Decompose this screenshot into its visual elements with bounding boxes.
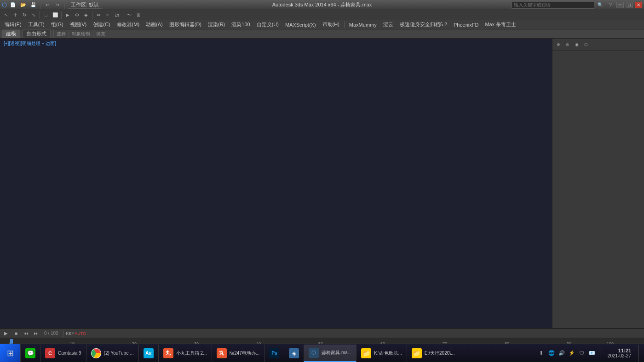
ribbon-tab-freeform[interactable]: 自由形式 (22, 29, 51, 38)
menu-views[interactable]: 视图(V) (67, 20, 90, 29)
chrome-icon (91, 348, 101, 358)
audition-icon: Au (144, 348, 154, 358)
help-icon[interactable]: ? (606, 1, 615, 9)
taskbar-app-3dsmax[interactable]: ⬡ 蒜椅家具.ma... (304, 345, 356, 362)
menu-cloud[interactable]: 渲云 (380, 20, 396, 29)
tray-icon-1[interactable]: ⬆ (537, 349, 546, 357)
menu-graph-editor[interactable]: 图形编辑器(D) (167, 20, 204, 29)
close-button[interactable]: ✕ (635, 2, 642, 8)
tray-separator (600, 348, 600, 359)
menu-modifiers[interactable]: 修改器(M) (114, 20, 143, 29)
rotate-icon[interactable]: ↻ (20, 11, 29, 19)
toolbar-separator-5 (92, 11, 92, 19)
menu-antivirus[interactable]: Max 杀毒卫士 (482, 20, 519, 29)
viewport-label: [+][透视][明细处理 + 边面] (4, 40, 56, 47)
menu-separator (344, 21, 345, 28)
ribbon-separator (53, 30, 54, 38)
prev-frame-button[interactable]: ⏮ (22, 329, 30, 338)
open-file-icon[interactable]: 📂 (19, 1, 27, 9)
frame-range-display: 0 / 100 (44, 331, 58, 336)
workspace-label[interactable]: 工作区: 默认 (68, 1, 102, 9)
menu-render100[interactable]: 渲染100 (229, 20, 253, 29)
undo-icon[interactable]: ↩ (43, 1, 52, 9)
render-setup-icon[interactable]: ⚙ (73, 11, 81, 19)
menu-maxscript[interactable]: MAXScript(X) (282, 21, 319, 28)
show-desktop-button[interactable] (638, 345, 641, 362)
viewport-3d[interactable]: [+][透视][明细处理 + 边面] (0, 39, 552, 328)
menu-edit[interactable]: 编辑(E) (2, 20, 24, 29)
explorer1-label: K:\古色数肌... (374, 350, 402, 356)
select-by-name-icon[interactable]: □ (42, 11, 50, 19)
curve-editor-icon[interactable]: 〜 (125, 11, 133, 19)
rp-icon-1[interactable]: ⊕ (554, 40, 563, 49)
menu-create[interactable]: 创建(C) (90, 20, 113, 29)
3dsmax-label: 蒜椅家具.ma... (322, 350, 351, 356)
rp-icon-3[interactable]: ◉ (573, 40, 581, 49)
tray-icon-network[interactable]: 🌐 (547, 349, 556, 357)
layer-icon[interactable]: 🗂 (113, 11, 121, 19)
viewport-background (0, 39, 552, 328)
next-frame-button[interactable]: ⏭ (32, 329, 40, 338)
ribbon-tab-modeling[interactable]: 建模 (2, 29, 20, 38)
menu-group[interactable]: 组(G) (48, 20, 66, 29)
menu-customize[interactable]: 自定义(U) (254, 20, 282, 29)
save-file-icon[interactable]: 💾 (29, 1, 37, 9)
taskbar-app-chrome[interactable]: (2) YouTube ... (86, 345, 138, 362)
search-icon[interactable]: 🔍 (596, 1, 604, 9)
taskbar-app-wechat[interactable]: 💬 (20, 345, 40, 362)
menu-help[interactable]: 帮助(H) (320, 20, 342, 29)
mirror-icon[interactable]: ⇔ (94, 11, 103, 19)
ribbon-section-populate: 填充 (96, 31, 105, 37)
start-button[interactable]: ⊞ (0, 344, 20, 362)
rp-icon-4[interactable]: ⬡ (582, 40, 590, 49)
play-button[interactable]: ▶ (2, 329, 10, 338)
taskbar-app-maxtools1[interactable]: 丸 小丸工具箱 2... (158, 345, 212, 362)
toolbar-separator-3 (40, 11, 40, 19)
title-bar-left: ⬡ 📄 📂 💾 ↩ ↪ 工作区: 默认 (2, 1, 102, 9)
menu-speedsafe[interactable]: 极速傻身安全归档5.2 (397, 20, 450, 29)
tray-icon-battery[interactable]: ⚡ (568, 349, 576, 357)
menu-maxmummy[interactable]: MaxMummy (346, 21, 380, 28)
menu-animation[interactable]: 动画(A) (143, 20, 166, 29)
auto-key-button[interactable]: AUTO (76, 329, 85, 338)
minimize-button[interactable]: ─ (616, 2, 624, 8)
align-icon[interactable]: ≡ (104, 11, 112, 19)
material-editor-icon[interactable]: ◈ (82, 11, 90, 19)
timeline-sep (63, 330, 63, 337)
redo-icon[interactable]: ↪ (53, 1, 62, 9)
toolbar-separator-6 (123, 11, 123, 19)
taskbar-app-camtasia[interactable]: C Camtasia 9 (40, 345, 86, 362)
tray-icon-6[interactable]: 📧 (588, 349, 596, 357)
key-mode-button[interactable]: KEY (66, 329, 75, 338)
taskbar-app-audition[interactable]: Au (138, 345, 158, 362)
menu-bar: 编辑(E) 工具(T) 组(G) 视图(V) 创建(C) 修改器(M) 动画(A… (0, 20, 644, 29)
taskbar-app-explorer2[interactable]: 📁 E:\天行2020\... (407, 345, 460, 362)
ribbon-bar: 建模 自由形式 选择 对象绘制 填充 (0, 29, 644, 39)
taskbar-app-unknown[interactable]: ◈ (284, 345, 304, 362)
stop-button[interactable]: ■ (12, 329, 20, 338)
maximize-button[interactable]: □ (626, 2, 633, 8)
select-object-icon[interactable]: ↖ (2, 11, 10, 19)
taskbar-app-maxtools2[interactable]: 丸 №247电动办... (212, 345, 264, 362)
move-icon[interactable]: ✛ (11, 11, 19, 19)
new-file-icon[interactable]: 📄 (9, 1, 17, 9)
rect-select-icon[interactable]: ⬜ (51, 11, 59, 19)
tray-icon-volume[interactable]: 🔊 (558, 349, 566, 357)
menu-render[interactable]: 渲染(R) (205, 20, 228, 29)
schematic-icon[interactable]: ⊞ (134, 11, 143, 19)
clock[interactable]: 11:21 2021-02-27 (604, 348, 635, 358)
rp-icon-2[interactable]: ⊘ (564, 40, 572, 49)
taskbar-app-photoshop[interactable]: Ps (264, 345, 284, 362)
title-bar: ⬡ 📄 📂 💾 ↩ ↪ 工作区: 默认 Autodesk 3ds Max 201… (0, 0, 644, 10)
scale-icon[interactable]: ⤡ (29, 11, 38, 19)
taskbar-app-explorer1[interactable]: 📁 K:\古色数肌... (356, 345, 407, 362)
toolbar-separator-4 (61, 11, 62, 19)
menu-tools[interactable]: 工具(T) (25, 20, 47, 29)
render-icon[interactable]: ▶ (63, 11, 72, 19)
title-search-input[interactable] (512, 1, 594, 9)
clock-time: 11:21 (608, 348, 631, 353)
title-bar-right: 🔍 ? ─ □ ✕ (512, 1, 642, 9)
maxtools1-icon: 丸 (163, 348, 173, 358)
tray-icon-5[interactable]: 🛡 (578, 349, 586, 357)
menu-phoenixfd[interactable]: PhoenixFD (451, 21, 481, 28)
